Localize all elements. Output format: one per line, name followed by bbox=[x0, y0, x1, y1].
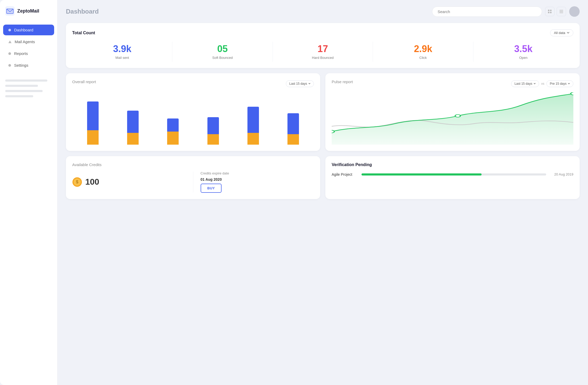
available-credits-card: Available Credits $ 100 Credits expi bbox=[66, 156, 320, 199]
bar-yellow-2 bbox=[127, 133, 139, 145]
pulse-filter2-label: Pre 15 days bbox=[550, 82, 567, 86]
mail-sent-value: 3.9k bbox=[113, 44, 131, 54]
progress-bar-fill bbox=[361, 173, 482, 175]
click-label: Click bbox=[419, 56, 427, 60]
progress-bar-bg bbox=[361, 173, 546, 175]
vs-text: vs bbox=[541, 82, 544, 86]
chevron-down-icon bbox=[534, 83, 536, 84]
svg-rect-8 bbox=[559, 11, 563, 12]
nav-item-dashboard[interactable]: Dashboard bbox=[3, 25, 54, 35]
bar-1 bbox=[75, 101, 111, 145]
coin-icon: $ bbox=[72, 177, 82, 187]
header-icon-group bbox=[545, 7, 566, 16]
credits-content: $ 100 Credits expire date 01 Aug 2020 BU… bbox=[72, 171, 314, 193]
soft-bounced-label: Soft Bounced bbox=[212, 56, 233, 60]
overall-report-filter-button[interactable]: Last 15 days bbox=[286, 80, 314, 87]
chevron-down-icon bbox=[568, 83, 570, 84]
nav-label-dashboard: Dashboard bbox=[14, 28, 33, 32]
nav-item-settings[interactable]: Settings bbox=[3, 60, 54, 71]
count-open: 3.5k Open bbox=[473, 42, 573, 62]
svg-rect-7 bbox=[559, 10, 563, 10]
available-credits-title: Available Credits bbox=[72, 162, 101, 167]
total-count-header: Total Count All data bbox=[72, 29, 573, 36]
divider-3 bbox=[5, 90, 43, 92]
grid-view-button[interactable] bbox=[545, 7, 555, 16]
pulse-filter1-button[interactable]: Last 15 days bbox=[511, 80, 539, 87]
page-title: Dashboard bbox=[66, 8, 99, 15]
settings-icon bbox=[8, 64, 11, 67]
app-name: ZeptoMail bbox=[17, 8, 39, 14]
list-view-button[interactable] bbox=[557, 7, 566, 16]
chevron-down-icon bbox=[308, 83, 310, 84]
svg-rect-4 bbox=[550, 10, 552, 11]
bar-blue-3 bbox=[167, 118, 179, 132]
bar-blue-6 bbox=[287, 113, 299, 134]
overall-report-header: Overall report Last 15 days bbox=[72, 80, 314, 88]
mail-sent-label: Mail sent bbox=[115, 56, 129, 60]
svg-rect-3 bbox=[548, 10, 550, 11]
open-value: 3.5k bbox=[514, 44, 533, 54]
divider-4 bbox=[5, 95, 33, 97]
divider-1 bbox=[5, 80, 47, 82]
svg-rect-5 bbox=[548, 12, 550, 13]
bar-yellow-5 bbox=[247, 133, 259, 145]
count-mail-sent: 3.9k Mail sent bbox=[72, 42, 172, 62]
count-click: 2.9k Click bbox=[373, 42, 473, 62]
bar-4 bbox=[195, 117, 231, 145]
svg-point-10 bbox=[332, 130, 334, 133]
svg-text:$: $ bbox=[76, 180, 78, 184]
svg-point-11 bbox=[455, 115, 460, 117]
count-hard-bounced: 17 Hard Bounced bbox=[273, 42, 373, 62]
hard-bounced-value: 17 bbox=[318, 44, 328, 54]
credits-right: Credits expire date 01 Aug 2020 BUY bbox=[201, 171, 314, 193]
svg-rect-6 bbox=[550, 12, 552, 13]
verif-project-name: Agile Project bbox=[332, 172, 358, 177]
verification-pending-card: Verification Pending Agile Project 20 Au… bbox=[325, 156, 580, 199]
bar-3 bbox=[155, 118, 191, 145]
pulse-report-title: Pulse report bbox=[332, 80, 353, 84]
nav-item-mail-agents[interactable]: Mail Agents bbox=[3, 36, 54, 47]
bar-2 bbox=[115, 111, 151, 145]
all-data-filter-button[interactable]: All data bbox=[550, 29, 573, 36]
pulse-chart-svg bbox=[332, 92, 573, 145]
search-input[interactable] bbox=[432, 7, 542, 17]
bar-blue-4 bbox=[207, 117, 219, 134]
divider-2 bbox=[5, 85, 38, 87]
nav-label-settings: Settings bbox=[14, 63, 28, 67]
mail-agents-icon bbox=[8, 41, 12, 43]
overall-filter-label: Last 15 days bbox=[289, 82, 307, 86]
nav-label-reports: Reports bbox=[14, 51, 28, 56]
sidebar: ZeptoMail Dashboard Mail Agents Reports … bbox=[0, 0, 58, 385]
avatar[interactable] bbox=[569, 6, 580, 17]
reports-icon bbox=[8, 52, 11, 55]
bar-5 bbox=[235, 107, 271, 145]
hard-bounced-label: Hard Bounced bbox=[312, 56, 333, 60]
list-icon bbox=[559, 10, 563, 13]
bar-blue-5 bbox=[247, 107, 259, 133]
line-chart bbox=[332, 92, 573, 145]
credits-amount: $ 100 bbox=[72, 177, 186, 187]
bottom-grid: Available Credits $ 100 Credits expi bbox=[66, 156, 580, 199]
buy-button[interactable]: BUY bbox=[201, 184, 222, 193]
credits-title-row: Available Credits bbox=[72, 162, 314, 167]
pulse-report-header: Pulse report Last 15 days vs Pre 15 days bbox=[332, 80, 573, 88]
svg-point-12 bbox=[571, 92, 573, 95]
bar-stack-6 bbox=[287, 113, 299, 145]
bar-stack-2 bbox=[127, 111, 139, 145]
total-count-title: Total Count bbox=[72, 31, 95, 35]
credits-value: 100 bbox=[85, 177, 99, 187]
credits-left: $ 100 bbox=[72, 177, 186, 187]
pulse-filter2-button[interactable]: Pre 15 days bbox=[546, 80, 573, 87]
logo-icon bbox=[5, 6, 15, 16]
click-value: 2.9k bbox=[414, 44, 432, 54]
pulse-filter1-label: Last 15 days bbox=[514, 82, 532, 86]
nav-label-mail-agents: Mail Agents bbox=[15, 39, 35, 44]
charts-grid: Overall report Last 15 days bbox=[66, 73, 580, 151]
header-right bbox=[432, 6, 580, 17]
total-count-card: Total Count All data 3.9k Mail sent 05 S… bbox=[66, 23, 580, 68]
nav-item-reports[interactable]: Reports bbox=[3, 48, 54, 59]
bar-blue-1 bbox=[87, 101, 99, 130]
expire-date: 01 Aug 2020 bbox=[201, 177, 314, 182]
bar-6 bbox=[275, 113, 311, 145]
chevron-down-icon bbox=[567, 32, 569, 34]
